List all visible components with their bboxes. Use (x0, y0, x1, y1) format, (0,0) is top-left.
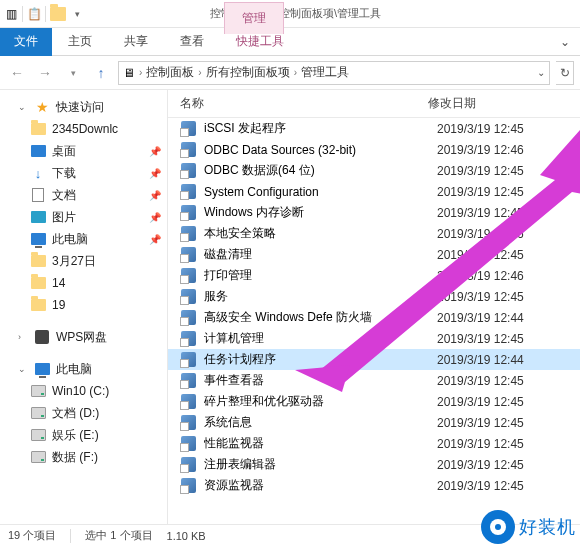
forward-button[interactable]: → (34, 62, 56, 84)
file-row[interactable]: 任务计划程序2019/3/19 12:44 (168, 349, 580, 370)
shortcut-icon (180, 310, 196, 326)
breadcrumb-seg3[interactable]: 管理工具 (301, 64, 349, 81)
recent-dropdown[interactable]: ▾ (62, 62, 84, 84)
sidebar-item-label: 娱乐 (E:) (52, 427, 99, 444)
status-size: 1.10 KB (167, 530, 206, 542)
chevron-down-icon[interactable]: ⌄ (18, 102, 28, 112)
main-content: ⌄ ★ 快速访问 2345Downlc 桌面📌 ↓下载📌 文档📌 图片📌 此电脑… (0, 90, 580, 526)
document-icon (30, 187, 46, 203)
file-name: System Configuration (204, 185, 429, 199)
file-row[interactable]: 系统信息2019/3/19 12:45 (168, 412, 580, 433)
column-name[interactable]: 名称 (180, 95, 428, 112)
sidebar-drive-f[interactable]: 数据 (F:) (0, 446, 167, 468)
file-row[interactable]: 事件查看器2019/3/19 12:45 (168, 370, 580, 391)
tab-view[interactable]: 查看 (164, 28, 220, 56)
file-row[interactable]: 本地安全策略2019/3/19 12:46 (168, 223, 580, 244)
sidebar-item-mar27[interactable]: 3月27日 (0, 250, 167, 272)
up-button[interactable]: ↑ (90, 62, 112, 84)
properties-icon[interactable]: ▥ (4, 7, 18, 21)
file-rows: iSCSI 发起程序2019/3/19 12:45ODBC Data Sourc… (168, 118, 580, 526)
pin-icon: 📌 (149, 146, 161, 157)
separator (22, 6, 23, 22)
sidebar-item-14[interactable]: 14 (0, 272, 167, 294)
tab-home[interactable]: 主页 (52, 28, 108, 56)
folder-icon[interactable] (50, 7, 66, 21)
sidebar-item-desktop[interactable]: 桌面📌 (0, 140, 167, 162)
addr-dropdown-icon[interactable]: ⌄ (537, 67, 545, 78)
file-row[interactable]: 性能监视器2019/3/19 12:45 (168, 433, 580, 454)
back-button[interactable]: ← (6, 62, 28, 84)
file-row[interactable]: System Configuration2019/3/19 12:45 (168, 181, 580, 202)
tab-share[interactable]: 共享 (108, 28, 164, 56)
chevron-right-icon[interactable]: › (294, 67, 297, 78)
sidebar-quick-access[interactable]: ⌄ ★ 快速访问 (0, 96, 167, 118)
folder-icon (30, 275, 46, 291)
file-date: 2019/3/19 12:45 (437, 290, 524, 304)
file-row[interactable]: ODBC 数据源(64 位)2019/3/19 12:45 (168, 160, 580, 181)
file-date: 2019/3/19 12:45 (437, 374, 524, 388)
wps-icon (34, 329, 50, 345)
tab-file[interactable]: 文件 (0, 28, 52, 56)
folder-icon (30, 121, 46, 137)
sidebar-item-label: 3月27日 (52, 253, 96, 270)
sidebar-drive-e[interactable]: 娱乐 (E:) (0, 424, 167, 446)
sidebar-item-pictures[interactable]: 图片📌 (0, 206, 167, 228)
watermark: 好装机 (481, 510, 576, 544)
sidebar-item-label: 桌面 (52, 143, 76, 160)
file-date: 2019/3/19 12:45 (437, 248, 524, 262)
sidebar-drive-d[interactable]: 文档 (D:) (0, 402, 167, 424)
file-date: 2019/3/19 12:45 (437, 479, 524, 493)
location-icon: 🖥 (123, 66, 135, 80)
file-name: ODBC 数据源(64 位) (204, 162, 429, 179)
file-name: 注册表编辑器 (204, 456, 429, 473)
paste-icon[interactable]: 📋 (27, 7, 41, 21)
qat-dropdown-icon[interactable]: ▾ (70, 7, 84, 21)
file-row[interactable]: 碎片整理和优化驱动器2019/3/19 12:45 (168, 391, 580, 412)
file-name: 系统信息 (204, 414, 429, 431)
sidebar-item-label: 2345Downlc (52, 122, 118, 136)
sidebar-item-downloads[interactable]: ↓下载📌 (0, 162, 167, 184)
file-row[interactable]: 资源监视器2019/3/19 12:45 (168, 475, 580, 496)
sidebar-item-thispc[interactable]: 此电脑📌 (0, 228, 167, 250)
expand-ribbon-icon[interactable]: ⌄ (550, 35, 580, 49)
breadcrumb-seg2[interactable]: 所有控制面板项 (206, 64, 290, 81)
sidebar-wps[interactable]: › WPS网盘 (0, 326, 167, 348)
chevron-down-icon[interactable]: ⌄ (18, 364, 28, 374)
file-row[interactable]: 磁盘清理2019/3/19 12:45 (168, 244, 580, 265)
refresh-button[interactable]: ↻ (556, 61, 574, 85)
file-row[interactable]: 注册表编辑器2019/3/19 12:45 (168, 454, 580, 475)
shortcut-icon (180, 415, 196, 431)
file-row[interactable]: Windows 内存诊断2019/3/19 12:45 (168, 202, 580, 223)
sidebar-item-documents[interactable]: 文档📌 (0, 184, 167, 206)
sidebar-item-19[interactable]: 19 (0, 294, 167, 316)
file-date: 2019/3/19 12:45 (437, 164, 524, 178)
address-bar[interactable]: 🖥 › 控制面板 › 所有控制面板项 › 管理工具 ⌄ (118, 61, 550, 85)
shortcut-icon (180, 121, 196, 137)
file-row[interactable]: 高级安全 Windows Defe 防火墙2019/3/19 12:44 (168, 307, 580, 328)
sidebar-item-label: 14 (52, 276, 65, 290)
file-name: 碎片整理和优化驱动器 (204, 393, 429, 410)
column-date[interactable]: 修改日期 (428, 95, 580, 112)
sidebar-item-label: 下载 (52, 165, 76, 182)
file-date: 2019/3/19 12:46 (437, 227, 524, 241)
chevron-right-icon[interactable]: › (18, 332, 28, 342)
sidebar-item-2345downlc[interactable]: 2345Downlc (0, 118, 167, 140)
file-row[interactable]: ODBC Data Sources (32-bit)2019/3/19 12:4… (168, 139, 580, 160)
file-row[interactable]: 打印管理2019/3/19 12:46 (168, 265, 580, 286)
breadcrumb-seg1[interactable]: 控制面板 (146, 64, 194, 81)
file-row[interactable]: 计算机管理2019/3/19 12:45 (168, 328, 580, 349)
drive-icon (30, 427, 46, 443)
file-row[interactable]: 服务2019/3/19 12:45 (168, 286, 580, 307)
chevron-right-icon[interactable]: › (198, 67, 201, 78)
contextual-tab-manage[interactable]: 管理 (224, 2, 284, 34)
sidebar-drive-c[interactable]: Win10 (C:) (0, 380, 167, 402)
pin-icon: 📌 (149, 234, 161, 245)
file-row[interactable]: iSCSI 发起程序2019/3/19 12:45 (168, 118, 580, 139)
sidebar-thispc-header[interactable]: ⌄ 此电脑 (0, 358, 167, 380)
file-name: iSCSI 发起程序 (204, 120, 429, 137)
chevron-right-icon[interactable]: › (139, 67, 142, 78)
sidebar-item-label: 文档 (52, 187, 76, 204)
shortcut-icon (180, 247, 196, 263)
file-date: 2019/3/19 12:44 (437, 311, 524, 325)
sidebar-label: WPS网盘 (56, 329, 107, 346)
